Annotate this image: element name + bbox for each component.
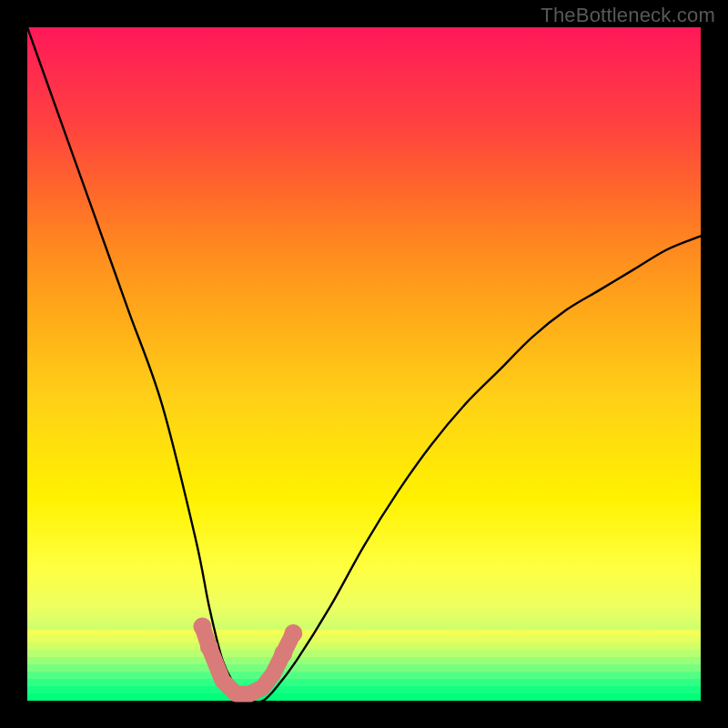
marker-dot	[193, 618, 211, 636]
marker-dot	[284, 624, 302, 642]
chart-svg	[27, 27, 701, 701]
marker-dot	[274, 644, 292, 662]
bottleneck-curve-path	[27, 27, 701, 703]
marker-dot	[200, 638, 218, 656]
watermark-text: TheBottleneck.com	[541, 4, 715, 27]
plot-area	[27, 27, 701, 701]
outer-frame: TheBottleneck.com	[0, 0, 728, 728]
